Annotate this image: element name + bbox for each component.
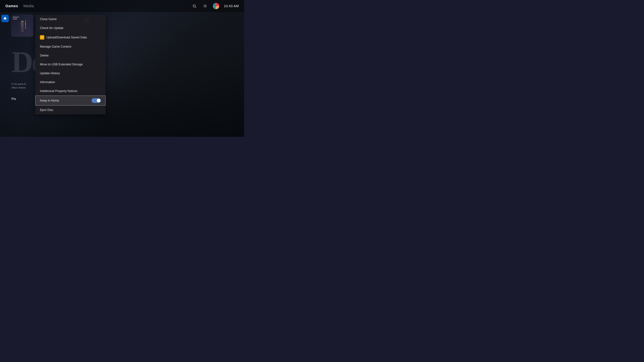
menu-item-delete-label: Delete (40, 54, 49, 57)
menu-item-close-game-label: Close Game (40, 17, 57, 21)
settings-button[interactable] (202, 3, 208, 9)
nav-tab-games[interactable]: Games (5, 4, 18, 8)
sidebar (0, 12, 10, 137)
menu-item-check-update-label: Check for Update (40, 26, 64, 30)
menu-item-manage-content[interactable]: Manage Game Content (35, 42, 106, 51)
play-label: Pla (12, 97, 16, 100)
game-description: In his quest fo Allant channe (12, 82, 26, 90)
menu-item-manage-content-label: Manage Game Content (40, 45, 71, 48)
ps-plus-icon: + (40, 35, 44, 39)
profile-avatar[interactable] (213, 3, 219, 9)
menu-item-ip-notices[interactable]: Intellectual Property Notices (35, 87, 106, 95)
clock: 10:43 AM (224, 4, 239, 8)
menu-item-update-history[interactable]: Update History (35, 69, 106, 78)
game-desc-line1: In his quest fo (12, 82, 26, 86)
menu-item-information[interactable]: Information (35, 78, 106, 87)
menu-item-eject-disc-label: Eject Disc (40, 108, 53, 112)
menu-item-ip-notices-label: Intellectual Property Notices (40, 89, 78, 93)
menu-item-upload-download[interactable]: + Upload/Download Saved Data (35, 32, 106, 42)
menu-item-keep-home-label: Keep in Home (40, 99, 59, 102)
menu-item-close-game[interactable]: Close Game (35, 15, 106, 24)
svg-marker-10 (25, 20, 26, 21)
menu-item-move-usb-label: Move to USB Extended Storage (40, 63, 83, 66)
search-button[interactable] (191, 3, 198, 9)
game-thumbnail-area: Demon'sSouls (12, 15, 33, 36)
menu-item-information-label: Information (40, 80, 55, 84)
nav-tab-media[interactable]: Media (24, 4, 34, 8)
svg-rect-9 (25, 21, 26, 29)
svg-line-1 (195, 7, 196, 8)
keep-home-toggle[interactable] (92, 98, 101, 103)
toggle-track (92, 98, 101, 103)
menu-item-delete[interactable]: Delete (35, 51, 106, 60)
svg-point-0 (193, 5, 196, 7)
toggle-thumb (97, 99, 100, 102)
topbar-right: 10:43 AM (191, 3, 239, 9)
svg-rect-8 (22, 27, 24, 32)
context-menu: Close Game Check for Update + Upload/Dow… (35, 15, 106, 114)
game-thumbnail[interactable]: Demon'sSouls (12, 15, 33, 36)
svg-point-2 (204, 5, 206, 6)
menu-item-upload-download-label: Upload/Download Saved Data (46, 36, 87, 39)
game-desc-line2: Allant channe (12, 86, 26, 89)
play-area: Pla (12, 97, 16, 101)
sidebar-item-home[interactable] (1, 15, 9, 22)
nav-tabs: Games Media (5, 4, 34, 8)
svg-rect-7 (21, 27, 22, 32)
menu-item-eject-disc[interactable]: Eject Disc (35, 106, 106, 114)
menu-item-update-history-label: Update History (40, 71, 60, 75)
menu-item-keep-home[interactable]: Keep in Home (35, 95, 106, 106)
svg-rect-4 (21, 23, 24, 27)
game-thumb-title: Demon'sSouls (13, 16, 19, 20)
menu-item-check-update[interactable]: Check for Update (35, 24, 106, 32)
menu-item-move-usb[interactable]: Move to USB Extended Storage (35, 60, 106, 69)
topbar: Games Media 10:43 AM (0, 0, 244, 12)
svg-point-3 (21, 20, 24, 23)
svg-rect-5 (19, 23, 21, 24)
